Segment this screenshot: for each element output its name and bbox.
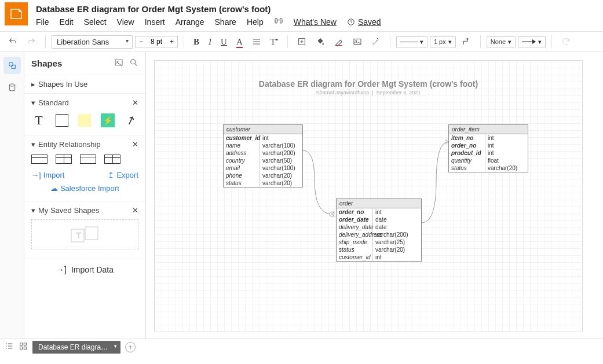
align-button[interactable] xyxy=(248,35,265,49)
close-er-section-icon[interactable]: ✕ xyxy=(132,140,138,149)
line-route-button[interactable] xyxy=(458,35,474,49)
start-arrow-select[interactable]: None ▾ xyxy=(487,36,516,47)
image-library-icon[interactable] xyxy=(114,58,123,69)
line-style-select[interactable]: ▾ xyxy=(396,36,427,47)
font-size-input[interactable] xyxy=(147,38,166,46)
svg-point-10 xyxy=(9,84,14,86)
import-shapes-button[interactable]: →] Import xyxy=(31,171,64,179)
standard-section[interactable]: ▾ Standard ✕ xyxy=(31,98,138,107)
diagram-subtitle[interactable]: Shamal Jayawardhana | September 6, 2021 xyxy=(155,89,582,95)
menu-view[interactable]: View xyxy=(117,17,134,27)
svg-rect-18 xyxy=(20,343,23,345)
salesforce-import-button[interactable]: ☁ Salesforce Import xyxy=(31,184,138,196)
grid-view-icon[interactable] xyxy=(19,341,28,352)
image-button[interactable] xyxy=(349,35,366,49)
revert-button[interactable] xyxy=(558,35,574,49)
er-section[interactable]: ▾ Entity Relationship ✕ xyxy=(31,140,138,149)
svg-text:T: T xyxy=(76,231,81,240)
svg-rect-11 xyxy=(115,60,122,65)
close-section-icon[interactable]: ✕ xyxy=(132,98,138,107)
border-color-button[interactable] xyxy=(331,35,347,49)
svg-rect-0 xyxy=(275,19,277,23)
toolbar: Liberation Sans − + B I U A T▾ ▾ 1 px ▾ … xyxy=(0,31,603,52)
entity-customer[interactable]: customercustomer_idintnamevarchar(100)ad… xyxy=(223,124,303,187)
menu-share[interactable]: Share xyxy=(215,17,236,27)
er-shape-1[interactable] xyxy=(31,155,47,164)
svg-point-12 xyxy=(117,61,118,62)
shape-insert-button[interactable] xyxy=(294,35,310,49)
placeholder-icon: T xyxy=(68,225,103,244)
menu-select[interactable]: Select xyxy=(84,17,107,27)
menubar: File Edit Select View Insert Arrange Sha… xyxy=(36,16,598,31)
connector-customer-order[interactable] xyxy=(303,145,338,220)
svg-rect-15 xyxy=(85,227,98,240)
app-logo[interactable] xyxy=(5,2,28,25)
add-page-button[interactable]: + xyxy=(125,342,136,352)
canvas-area[interactable]: Database ER diagram for Order Mgt System… xyxy=(146,52,590,339)
shapes-in-use-section[interactable]: ▸ Shapes In Use xyxy=(31,80,138,89)
whats-new-link[interactable]: What's New xyxy=(294,17,337,27)
font-size-stepper[interactable]: − + xyxy=(135,36,178,47)
italic-button[interactable]: I xyxy=(205,36,215,48)
shapes-rail-button[interactable] xyxy=(3,57,21,74)
data-rail-button[interactable] xyxy=(3,79,21,96)
end-arrow-select[interactable]: ▾ xyxy=(518,36,546,47)
svg-point-13 xyxy=(131,60,136,64)
binoculars-icon[interactable] xyxy=(274,16,283,28)
clock-icon xyxy=(347,18,355,26)
search-shapes-icon[interactable] xyxy=(129,58,138,69)
font-select[interactable]: Liberation Sans xyxy=(52,35,133,49)
saved-shapes-dropzone[interactable]: T xyxy=(31,219,138,249)
canvas[interactable]: Database ER diagram for Order Mgt System… xyxy=(154,60,583,332)
svg-rect-19 xyxy=(24,343,26,345)
connector-order-orderitem[interactable] xyxy=(422,136,451,229)
svg-point-8 xyxy=(9,62,13,67)
menu-edit[interactable]: Edit xyxy=(60,17,74,27)
undo-button[interactable] xyxy=(5,35,21,49)
shapes-panel-title: Shapes xyxy=(31,58,62,68)
redo-button[interactable] xyxy=(23,35,39,49)
fill-button[interactable] xyxy=(312,35,328,49)
menu-help[interactable]: Help xyxy=(247,17,264,27)
shapes-panel: Shapes ▸ Shapes In Use ▾ Standard ✕ T ⚡ … xyxy=(24,52,146,339)
close-saved-section-icon[interactable]: ✕ xyxy=(132,206,138,215)
underline-button[interactable]: U xyxy=(217,36,231,48)
action-shape[interactable]: ⚡ xyxy=(100,113,115,128)
er-shape-4[interactable] xyxy=(104,155,120,164)
menu-file[interactable]: File xyxy=(36,17,49,27)
entity-order-item[interactable]: order_itemitem_nointorder_nointprodcut_i… xyxy=(448,124,528,172)
export-shapes-button[interactable]: ↥ Export xyxy=(108,171,138,179)
er-shape-3[interactable] xyxy=(80,155,96,164)
text-style-button[interactable]: T▾ xyxy=(267,36,282,48)
svg-rect-1 xyxy=(280,19,282,23)
saved-shapes-section[interactable]: ▾ My Saved Shapes ✕ xyxy=(31,206,138,215)
magic-button[interactable] xyxy=(368,35,384,49)
note-shape[interactable] xyxy=(78,113,93,128)
bold-button[interactable]: B xyxy=(190,36,203,48)
size-minus[interactable]: − xyxy=(136,36,147,47)
page-tab[interactable]: Database ER diagra… xyxy=(32,341,120,354)
document-title[interactable]: Database ER diagram for Order Mgt System… xyxy=(36,2,598,16)
saved-label: Saved xyxy=(358,17,381,27)
rectangle-shape[interactable] xyxy=(54,113,70,128)
entity-order[interactable]: orderorder_nointorder_datedatedelivery_d… xyxy=(336,198,422,262)
size-plus[interactable]: + xyxy=(166,36,177,47)
line-width-select[interactable]: 1 px ▾ xyxy=(430,36,456,47)
menu-insert[interactable]: Insert xyxy=(145,17,165,27)
list-view-icon[interactable] xyxy=(5,341,14,352)
saved-status[interactable]: Saved xyxy=(347,17,381,27)
svg-rect-20 xyxy=(20,347,23,349)
text-shape[interactable]: T xyxy=(31,113,46,128)
text-color-button[interactable]: A xyxy=(233,36,246,48)
app-header: Database ER diagram for Order Mgt System… xyxy=(0,0,603,31)
svg-point-4 xyxy=(322,43,324,45)
svg-rect-21 xyxy=(24,347,26,349)
er-shape-2[interactable] xyxy=(56,155,72,164)
menu-arrange[interactable]: Arrange xyxy=(176,17,204,27)
arrow-shape[interactable]: ↗ xyxy=(122,111,141,130)
import-data-button[interactable]: →]Import Data xyxy=(24,259,145,280)
footer-bar: Database ER diagra… + xyxy=(0,339,603,355)
left-rail xyxy=(0,52,24,339)
diagram-title[interactable]: Database ER diagram for Order Mgt System… xyxy=(155,61,582,89)
